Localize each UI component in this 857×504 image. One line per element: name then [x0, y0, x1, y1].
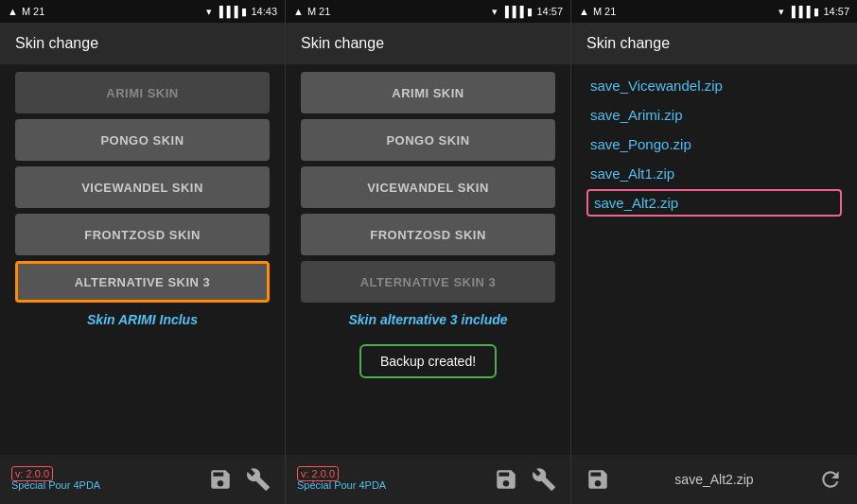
file-item-1[interactable]: save_Arimi.zip [586, 101, 842, 129]
version-1: v: 2.0.0 Spécial Pour 4PDA [11, 468, 198, 491]
refresh-button-3[interactable] [815, 464, 846, 495]
title-bar-1: Skin change [0, 23, 285, 64]
file-item-2[interactable]: save_Pongo.zip [586, 130, 842, 158]
status-right-2: ▾ ▐▐▐ ▮ 14:57 [492, 6, 563, 18]
special-2: Spécial Pour 4PDA [297, 479, 386, 491]
bottom-bar-2: v: 2.0.0 Spécial Pour 4PDA [286, 455, 570, 504]
pongo-skin-btn-1[interactable]: PONGO SKIN [15, 119, 270, 161]
refresh-icon-3 [818, 467, 843, 492]
file-list: save_Vicewandel.zip save_Arimi.zip save_… [571, 64, 857, 455]
frontzosd-skin-btn-2[interactable]: FRONTZOSD SKIN [301, 214, 555, 255]
signal-bars-3: ▐▐▐ [788, 6, 810, 17]
network-icon-3: ▲ [579, 6, 589, 17]
wifi-icon: ▾ [206, 6, 212, 18]
vicewandel-skin-btn-2[interactable]: VICEWANDEL SKIN [301, 166, 555, 208]
vicewandel-skin-btn-1[interactable]: VICEWANDEL SKIN [15, 166, 270, 208]
battery-icon-3: ▮ [813, 6, 819, 18]
save-icon-2 [494, 467, 518, 492]
save-icon-1 [208, 467, 233, 492]
status-bar-3: ▲ M 21 ▾ ▐▐▐ ▮ 14:57 [571, 0, 857, 23]
save-button-1[interactable] [205, 464, 236, 495]
save-button-3[interactable] [583, 464, 613, 495]
status-left-1: ▲ M 21 [8, 6, 44, 17]
version-2: v: 2.0.0 Spécial Pour 4PDA [297, 468, 483, 491]
settings-button-2[interactable] [529, 464, 559, 495]
bottom-bar-3: save_Alt2.zip [571, 455, 857, 504]
panel-2: ▲ M 21 ▾ ▐▐▐ ▮ 14:57 Skin change ARIMI S… [286, 0, 571, 504]
panel-3: ▲ M 21 ▾ ▐▐▐ ▮ 14:57 Skin change save_Vi… [571, 0, 857, 504]
title-bar-3: Skin change [571, 23, 857, 64]
status-right-3: ▾ ▐▐▐ ▮ 14:57 [778, 6, 849, 18]
save-button-2[interactable] [491, 464, 521, 495]
battery-icon: ▮ [241, 6, 247, 18]
arimi-skin-btn-1[interactable]: ARIMI SKIN [15, 72, 270, 113]
pongo-skin-btn-2[interactable]: PONGO SKIN [301, 119, 555, 161]
status-text-1: Skin ARIMI Inclus [15, 312, 270, 327]
signal-text: M 21 [22, 6, 44, 17]
alternative-skin-btn-1[interactable]: ALTERNATIVE SKIN 3 [15, 261, 270, 303]
wifi-icon-2: ▾ [492, 6, 498, 18]
wrench-icon-2 [532, 467, 556, 492]
battery-icon-2: ▮ [527, 6, 533, 18]
title-3: Skin change [586, 35, 670, 52]
status-bar-2: ▲ M 21 ▾ ▐▐▐ ▮ 14:57 [286, 0, 570, 23]
title-bar-2: Skin change [286, 23, 570, 64]
status-text-2: Skin alternative 3 include [301, 312, 555, 327]
special-1: Spécial Pour 4PDA [11, 479, 100, 491]
network-icon-2: ▲ [293, 6, 304, 17]
status-left-2: ▲ M 21 [293, 6, 330, 17]
settings-button-1[interactable] [243, 464, 273, 495]
wrench-icon-1 [246, 467, 271, 492]
panel-1: ▲ M 21 ▾ ▐▐▐ ▮ 14:43 Skin change ARIMI S… [0, 0, 286, 504]
signal-bars-2: ▐▐▐ [501, 6, 523, 17]
status-bar-1: ▲ M 21 ▾ ▐▐▐ ▮ 14:43 [0, 0, 285, 23]
save-icon-3 [586, 467, 610, 492]
file-item-3[interactable]: save_Alt1.zip [586, 160, 842, 187]
backup-badge: Backup created! [359, 344, 497, 378]
time-2: 14:57 [536, 6, 563, 17]
alternative-skin-btn-2[interactable]: ALTERNATIVE SKIN 3 [301, 261, 555, 303]
file-item-0[interactable]: save_Vicewandel.zip [586, 72, 842, 99]
bottom-filename: save_Alt2.zip [621, 472, 808, 487]
status-right-1: ▾ ▐▐▐ ▮ 14:43 [206, 6, 277, 18]
title-1: Skin change [15, 35, 98, 52]
time-1: 14:43 [251, 6, 277, 17]
bottom-bar-1: v: 2.0.0 Spécial Pour 4PDA [0, 455, 285, 504]
time-3: 14:57 [823, 6, 849, 17]
arimi-skin-btn-2[interactable]: ARIMI SKIN [301, 72, 555, 113]
wifi-icon-3: ▾ [778, 6, 784, 18]
signal-text-3: M 21 [593, 6, 616, 17]
status-left-3: ▲ M 21 [579, 6, 616, 17]
network-icon: ▲ [8, 6, 18, 17]
content-2: ARIMI SKIN PONGO SKIN VICEWANDEL SKIN FR… [286, 64, 570, 455]
signal-text-2: M 21 [307, 6, 330, 17]
file-item-4[interactable]: save_Alt2.zip [586, 189, 842, 217]
title-2: Skin change [301, 35, 384, 52]
content-1: ARIMI SKIN PONGO SKIN VICEWANDEL SKIN FR… [0, 64, 285, 455]
signal-bars: ▐▐▐ [216, 6, 237, 17]
frontzosd-skin-btn-1[interactable]: FRONTZOSD SKIN [15, 214, 270, 255]
